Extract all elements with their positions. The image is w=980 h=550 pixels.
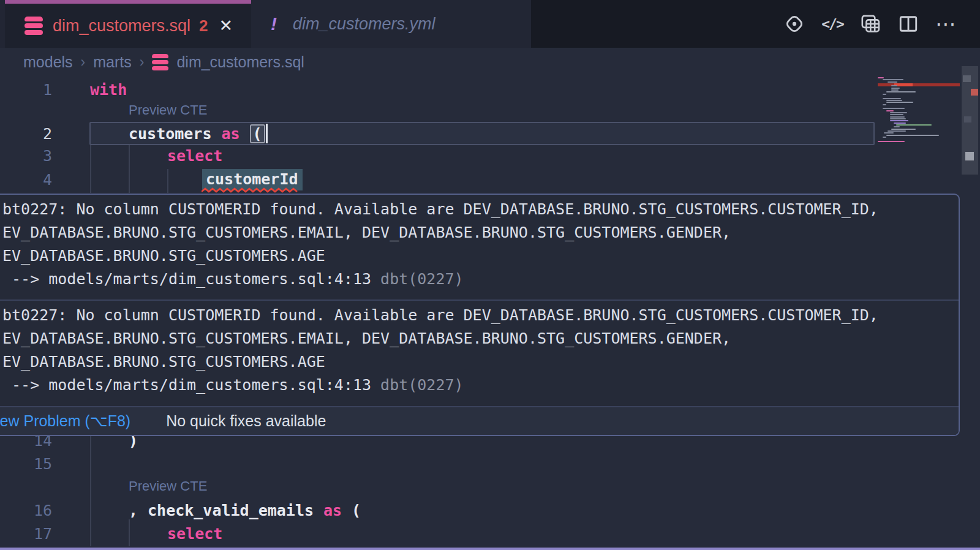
warning-icon: !: [271, 13, 277, 34]
query-results-icon[interactable]: [859, 12, 882, 36]
code-line-15[interactable]: 15: [0, 452, 878, 476]
view-problem-link[interactable]: iew Problem (⌥F8): [0, 412, 130, 430]
breadcrumb-file[interactable]: dim_customers.sql: [176, 53, 304, 71]
error-squiggle: [202, 187, 298, 193]
compiled-code-icon[interactable]: </>: [821, 12, 844, 36]
code-line-16[interactable]: 16 ,check_valid_emailsas(: [0, 499, 878, 522]
cte-name: check_valid_emails: [148, 502, 314, 519]
line-number: 3: [0, 147, 52, 165]
breadcrumb-models[interactable]: models: [23, 53, 73, 71]
database-icon: [24, 17, 43, 35]
tab-label: dim_customers.yml: [293, 15, 435, 34]
line-number: 16: [0, 502, 52, 519]
scrollbar-decoration: [965, 152, 974, 160]
split-editor-icon[interactable]: [897, 12, 920, 36]
keyword: as: [323, 502, 342, 519]
line-number: 1: [0, 81, 52, 99]
error-hover-tooltip: bt0227: No column CUSTOMERID found. Avai…: [0, 194, 960, 436]
keyword: as: [221, 125, 239, 143]
breadcrumb-marts[interactable]: marts: [93, 53, 132, 71]
code-line-17[interactable]: 17 select: [0, 522, 878, 546]
chevron-right-icon: ›: [140, 54, 145, 70]
database-icon: [152, 54, 168, 70]
tab-dim-customers-yml[interactable]: ! dim_customers.yml: [251, 0, 480, 48]
line-number: 15: [0, 455, 52, 473]
cte-name: customers: [129, 125, 211, 143]
more-actions-icon[interactable]: ⋯: [935, 12, 958, 36]
editor-actions: </> ⋯: [783, 0, 958, 48]
code-line-2[interactable]: 2 customersas(: [0, 122, 878, 145]
keyword: select: [167, 525, 222, 543]
tab-label: dim_customers.sql: [53, 17, 190, 36]
hover-status-bar: iew Problem (⌥F8) No quick fixes availab…: [0, 406, 959, 435]
indent-guide: [90, 145, 91, 193]
breadcrumb: models › marts › dim_customers.sql: [0, 48, 876, 77]
code-line-4[interactable]: 4 customerId: [0, 168, 878, 192]
comma: ,: [129, 502, 138, 519]
no-quick-fixes-text: No quick fixes available: [166, 412, 326, 430]
close-icon[interactable]: ✕: [219, 16, 233, 36]
bracket-match: (: [250, 124, 265, 143]
chevron-right-icon: ›: [81, 54, 86, 70]
codelens-preview-cte[interactable]: Preview CTE: [90, 477, 207, 496]
error-source: dbt(0227): [380, 270, 463, 288]
tab-dim-customers-sql[interactable]: dim_customers.sql 2 ✕: [5, 0, 251, 48]
error-marker: [971, 89, 978, 96]
minimap[interactable]: [878, 77, 960, 146]
code-line-1[interactable]: 1 with: [0, 78, 878, 102]
error-message-block: bt0227: No column CUSTOMERID found. Avai…: [0, 301, 959, 405]
tab-bar: dim_customers.sql 2 ✕ ! dim_customers.ym…: [0, 0, 980, 48]
problem-count-badge: 2: [199, 17, 208, 36]
keyword: with: [90, 81, 127, 99]
vscode-editor-window: dim_customers.sql 2 ✕ ! dim_customers.ym…: [0, 0, 980, 550]
keyword: select: [167, 147, 222, 165]
scrollbar-decoration: [964, 116, 971, 122]
scrollbar-decoration: [963, 75, 971, 82]
indent-guide: [129, 145, 130, 193]
line-number: 17: [0, 525, 52, 543]
error-message-block: bt0227: No column CUSTOMERID found. Avai…: [0, 195, 959, 299]
line-number: 4: [0, 171, 52, 189]
error-source: dbt(0227): [380, 376, 463, 394]
codelens-preview-cte[interactable]: Preview CTE: [90, 100, 207, 120]
scrollbar[interactable]: [962, 66, 978, 175]
code-line-3[interactable]: 3 select: [0, 144, 878, 168]
indent-guide: [167, 169, 168, 193]
bracket: (: [352, 502, 361, 519]
text-cursor: [266, 124, 268, 143]
line-number: 2: [0, 125, 52, 143]
dbt-logo-icon[interactable]: [783, 12, 806, 36]
